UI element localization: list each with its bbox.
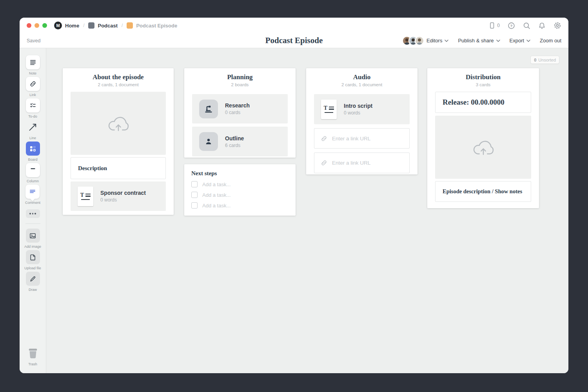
task-checkbox[interactable] (191, 181, 198, 187)
note-card-text: Release: 00.00.0000 (443, 98, 505, 107)
task-checkbox[interactable] (191, 192, 198, 198)
board-title: Planning (184, 73, 296, 81)
subboard-outline[interactable]: Outline 6 cards (192, 127, 288, 156)
link-url-input[interactable] (332, 136, 403, 142)
tool-todo-label: To-do (28, 114, 37, 118)
window-controls[interactable] (27, 23, 47, 28)
notifications-button[interactable] (538, 22, 546, 29)
document-title: Intro script (344, 103, 372, 109)
link-url-input-row[interactable] (314, 128, 410, 149)
board-distribution[interactable]: Distribution 3 cards Release: 00.00.0000… (427, 68, 539, 208)
note-card-description[interactable]: Description (71, 157, 166, 179)
link-icon (321, 160, 327, 166)
document-card-intro-script[interactable]: T Intro script 0 words (314, 94, 410, 124)
minimize-window-button[interactable] (34, 23, 39, 28)
subboard-research[interactable]: Research 0 cards (192, 94, 288, 123)
svg-text:?: ? (510, 23, 513, 27)
board-title: Audio (306, 73, 417, 81)
unsorted-badge[interactable]: 0 Unsorted (530, 56, 559, 64)
breadcrumb: M Home / Podcast / Podcast Episode 0 (20, 18, 568, 33)
bell-icon (538, 22, 546, 29)
microscope-icon (199, 100, 218, 118)
task-placeholder[interactable]: Add a task... (202, 181, 230, 187)
breadcrumb-parent[interactable]: Podcast (88, 22, 118, 29)
tool-todo[interactable]: To-do (26, 98, 40, 118)
help-icon: ? (508, 22, 515, 29)
chevron-down-icon (526, 40, 530, 42)
board-subtitle: 2 boards (184, 82, 296, 87)
unsorted-count: 0 (534, 58, 536, 62)
more-icon (29, 213, 31, 214)
link-url-input-row[interactable] (314, 152, 410, 173)
todo-card-next-steps[interactable]: Next steps Add a task... Add a task... A… (184, 164, 296, 216)
task-row[interactable]: Add a task... (191, 202, 289, 209)
tool-upload-file-label: Upload file (24, 266, 41, 270)
pencil-draw-icon (29, 275, 36, 283)
todo-card-title: Next steps (191, 170, 289, 177)
export-menu[interactable]: Export (510, 38, 531, 44)
tool-add-image-label: Add image (24, 245, 41, 249)
task-placeholder[interactable]: Add a task... (202, 203, 230, 209)
more-tools-button[interactable] (26, 209, 40, 218)
tool-column[interactable]: Column (26, 163, 40, 183)
document-meta: 0 words (100, 197, 146, 203)
task-row[interactable]: Add a task... (191, 192, 289, 198)
subboard-title: Outline (225, 135, 244, 142)
board-audio[interactable]: Audio 2 cards, 1 document T Intro script… (306, 68, 417, 174)
arrow-line-icon (28, 122, 38, 132)
unsorted-label: Unsorted (538, 58, 556, 62)
gear-icon (554, 22, 561, 29)
tool-upload-file[interactable]: Upload file (24, 250, 41, 270)
search-button[interactable] (523, 22, 530, 29)
tool-line-label: Line (29, 136, 36, 140)
task-placeholder[interactable]: Add a task... (202, 192, 230, 198)
subboard-title: Research (225, 102, 250, 109)
toolbar: Saved Podcast Episode Editors Publish & … (20, 33, 568, 48)
tool-add-image[interactable]: Add image (24, 229, 41, 249)
tool-board-label: Board (28, 158, 37, 162)
board-subtitle: 2 cards, 1 document (63, 82, 174, 87)
board-about-the-episode[interactable]: About the episode 2 cards, 1 document De… (63, 68, 174, 215)
tool-line[interactable]: Line (26, 120, 40, 140)
mobile-icon (488, 22, 495, 29)
tool-link[interactable]: Link (26, 77, 40, 97)
todo-icon (29, 102, 36, 109)
zoom-window-button[interactable] (42, 23, 47, 28)
chevron-down-icon (496, 40, 500, 42)
publish-share-menu[interactable]: Publish & share (458, 38, 500, 44)
note-card-show-notes[interactable]: Episode description / Show notes (435, 181, 531, 202)
breadcrumb-current[interactable]: Podcast Episode (127, 22, 177, 29)
task-row[interactable]: Add a task... (191, 181, 289, 187)
zoom-out-label: Zoom out (540, 38, 561, 44)
link-url-input[interactable] (332, 160, 403, 166)
settings-button[interactable] (554, 22, 561, 29)
mobile-device-button[interactable]: 0 (488, 22, 500, 29)
tool-comment[interactable]: Comment (25, 185, 40, 205)
tool-board-selected[interactable]: Board (26, 142, 40, 162)
help-button[interactable]: ? (508, 22, 515, 29)
board-canvas[interactable]: 0 Unsorted About the episode 2 cards, 1 … (46, 48, 568, 373)
document-card-sponsor-contract[interactable]: T Sponsor contract 0 words (71, 181, 166, 211)
board-title: About the episode (63, 73, 174, 81)
tool-draw[interactable]: Draw (26, 272, 40, 292)
breadcrumb-home[interactable]: M Home (54, 22, 79, 29)
note-card-release-date[interactable]: Release: 00.00.0000 (435, 92, 531, 113)
note-card-text: Description (78, 165, 107, 172)
editors-menu[interactable]: Editors (402, 36, 448, 45)
tool-draw-label: Draw (29, 288, 37, 292)
image-upload-placeholder[interactable] (71, 92, 166, 155)
board-title: Distribution (427, 73, 539, 81)
tool-note[interactable]: Note (26, 55, 40, 75)
tool-comment-label: Comment (25, 201, 40, 205)
close-window-button[interactable] (27, 23, 31, 28)
breadcrumb-home-label: Home (65, 23, 79, 29)
task-checkbox[interactable] (191, 202, 198, 209)
editor-avatars (402, 36, 424, 45)
trash-dropzone[interactable]: Trash (26, 346, 40, 366)
image-upload-placeholder[interactable] (435, 116, 531, 179)
board-gray-icon (88, 22, 94, 29)
zoom-out-button[interactable]: Zoom out (540, 38, 561, 44)
board-planning[interactable]: Planning 2 boards Research 0 (184, 68, 296, 158)
board-orange-icon (127, 22, 133, 29)
cloud-upload-icon (105, 114, 131, 133)
